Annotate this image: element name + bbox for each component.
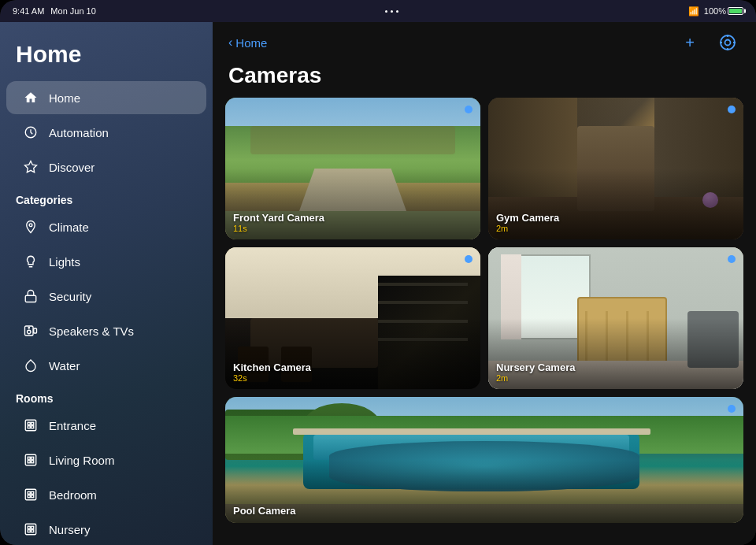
svg-rect-16 xyxy=(28,461,30,463)
sidebar-item-lights[interactable]: Lights xyxy=(6,245,206,278)
status-bar-right: 📶 100% xyxy=(688,6,743,17)
discover-icon xyxy=(22,158,39,176)
top-bar: ‹ Home + xyxy=(213,22,756,63)
sidebar-title: Home xyxy=(0,35,213,80)
svg-rect-21 xyxy=(28,495,30,498)
room-bedroom-icon xyxy=(22,486,39,503)
categories-title: Categories xyxy=(0,184,213,209)
camera-time-kitchen: 32s xyxy=(233,373,311,383)
scene-button[interactable] xyxy=(715,30,740,55)
camera-name-kitchen: Kitchen Camera xyxy=(233,361,311,373)
sidebar-item-security[interactable]: Security xyxy=(6,280,206,313)
camera-dot-front-yard xyxy=(465,106,472,113)
svg-rect-12 xyxy=(32,426,34,428)
add-button[interactable]: + xyxy=(677,30,702,55)
security-icon xyxy=(22,287,39,305)
camera-card-pool[interactable]: Pool Camera xyxy=(225,397,743,523)
svg-rect-17 xyxy=(32,461,34,463)
sidebar-item-bedroom[interactable]: Bedroom xyxy=(6,478,206,511)
status-time: 9:41 AM xyxy=(13,6,44,16)
sidebar-speakers-label: Speakers & TVs xyxy=(49,324,134,338)
sidebar-item-automation[interactable]: Automation xyxy=(6,116,206,149)
room-entrance-icon xyxy=(22,417,39,434)
sidebar-item-climate[interactable]: Climate xyxy=(6,210,206,243)
sidebar-automation-label: Automation xyxy=(49,126,109,139)
camera-overlay-pool xyxy=(225,397,743,523)
rooms-title: Rooms xyxy=(0,383,213,408)
sidebar-bedroom-label: Bedroom xyxy=(49,488,97,502)
status-bar-center xyxy=(385,10,398,13)
svg-rect-25 xyxy=(32,526,34,528)
svg-rect-24 xyxy=(28,526,30,528)
top-bar-actions: + xyxy=(677,30,740,55)
room-nursery-icon xyxy=(22,521,39,538)
svg-rect-14 xyxy=(28,457,30,459)
camera-card-front-yard[interactable]: Front Yard Camera 11s xyxy=(225,98,480,239)
camera-card-kitchen[interactable]: Kitchen Camera 32s xyxy=(225,247,480,389)
sidebar-living-room-label: Living Room xyxy=(49,454,114,467)
device-frame: 9:41 AM Mon Jun 10 📶 100% Home xyxy=(0,0,756,545)
sidebar-water-label: Water xyxy=(49,359,80,373)
sidebar-discover-label: Discover xyxy=(49,161,94,174)
camera-name-nursery: Nursery Camera xyxy=(496,361,575,373)
battery-bar xyxy=(728,7,743,15)
camera-dot-kitchen xyxy=(465,255,472,263)
camera-info-nursery: Nursery Camera 2m xyxy=(496,361,575,383)
svg-point-33 xyxy=(721,35,735,50)
content-area: ‹ Home + Cameras xyxy=(213,22,756,545)
speakers-icon xyxy=(22,322,39,339)
page-title: Cameras xyxy=(213,63,756,98)
svg-rect-10 xyxy=(32,422,34,425)
battery-percent: 100% xyxy=(704,6,726,16)
svg-point-2 xyxy=(29,224,32,227)
dot-2 xyxy=(391,10,393,13)
svg-rect-15 xyxy=(32,457,34,459)
sidebar-item-entrance[interactable]: Entrance xyxy=(6,409,206,442)
automation-icon xyxy=(22,124,39,141)
svg-rect-19 xyxy=(28,491,30,494)
svg-rect-11 xyxy=(28,426,30,428)
svg-rect-3 xyxy=(25,295,36,302)
svg-rect-20 xyxy=(32,491,34,494)
svg-point-34 xyxy=(725,40,731,46)
battery: 100% xyxy=(704,6,743,16)
camera-info-pool: Pool Camera xyxy=(233,505,295,517)
camera-dot-gym xyxy=(728,106,736,113)
sidebar-item-home[interactable]: Home xyxy=(6,81,206,114)
camera-name-front-yard: Front Yard Camera xyxy=(233,212,324,224)
home-icon xyxy=(22,89,39,106)
sidebar-item-living-room[interactable]: Living Room xyxy=(6,443,206,476)
sidebar-entrance-label: Entrance xyxy=(49,419,96,432)
back-label: Home xyxy=(235,36,267,50)
camera-name-gym: Gym Camera xyxy=(496,212,559,224)
camera-card-nursery[interactable]: Nursery Camera 2m xyxy=(488,247,743,389)
wifi-icon: 📶 xyxy=(688,6,699,17)
sidebar-home-label: Home xyxy=(49,91,80,105)
svg-rect-22 xyxy=(32,495,34,498)
camera-name-pool: Pool Camera xyxy=(233,505,295,517)
sidebar-item-nursery[interactable]: Nursery xyxy=(6,513,206,545)
camera-card-gym[interactable]: Gym Camera 2m xyxy=(488,98,743,239)
sidebar-item-water[interactable]: Water xyxy=(6,349,206,382)
camera-time-gym: 2m xyxy=(496,224,559,233)
svg-point-5 xyxy=(28,330,32,334)
back-chevron-icon: ‹ xyxy=(228,35,232,50)
svg-rect-23 xyxy=(25,524,36,535)
svg-rect-26 xyxy=(28,530,30,532)
camera-info-gym: Gym Camera 2m xyxy=(496,212,559,233)
sidebar-item-speakers[interactable]: Speakers & TVs xyxy=(6,314,206,347)
status-date: Mon Jun 10 xyxy=(50,6,95,16)
back-button[interactable]: ‹ Home xyxy=(228,35,267,50)
sidebar-lights-label: Lights xyxy=(49,255,80,269)
sidebar-climate-label: Climate xyxy=(49,221,89,234)
sidebar-item-discover[interactable]: Discover xyxy=(6,150,206,184)
dot-1 xyxy=(385,10,387,13)
camera-dot-nursery xyxy=(728,255,736,263)
sidebar-nursery-label: Nursery xyxy=(49,523,91,536)
camera-time-nursery: 2m xyxy=(496,373,575,383)
svg-marker-1 xyxy=(25,161,37,172)
dot-3 xyxy=(396,10,398,13)
status-bar-left: 9:41 AM Mon Jun 10 xyxy=(13,6,96,16)
camera-info-kitchen: Kitchen Camera 32s xyxy=(233,361,311,383)
water-icon xyxy=(22,357,39,374)
